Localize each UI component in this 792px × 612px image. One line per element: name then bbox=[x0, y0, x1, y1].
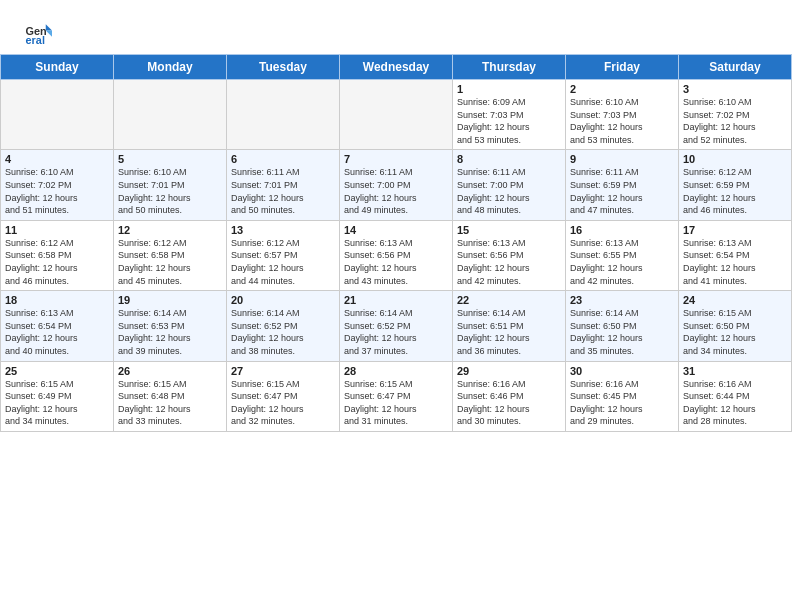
day-number: 6 bbox=[231, 153, 335, 165]
day-number: 10 bbox=[683, 153, 787, 165]
calendar-cell bbox=[114, 80, 227, 150]
day-info: Sunrise: 6:12 AM Sunset: 6:59 PM Dayligh… bbox=[683, 166, 787, 216]
day-info: Sunrise: 6:13 AM Sunset: 6:54 PM Dayligh… bbox=[5, 307, 109, 357]
day-number: 14 bbox=[344, 224, 448, 236]
day-info: Sunrise: 6:10 AM Sunset: 7:01 PM Dayligh… bbox=[118, 166, 222, 216]
calendar-cell: 5Sunrise: 6:10 AM Sunset: 7:01 PM Daylig… bbox=[114, 150, 227, 220]
calendar-cell: 3Sunrise: 6:10 AM Sunset: 7:02 PM Daylig… bbox=[679, 80, 792, 150]
day-info: Sunrise: 6:14 AM Sunset: 6:51 PM Dayligh… bbox=[457, 307, 561, 357]
day-number: 27 bbox=[231, 365, 335, 377]
calendar-cell: 24Sunrise: 6:15 AM Sunset: 6:50 PM Dayli… bbox=[679, 291, 792, 361]
day-info: Sunrise: 6:13 AM Sunset: 6:56 PM Dayligh… bbox=[457, 237, 561, 287]
day-number: 25 bbox=[5, 365, 109, 377]
day-number: 17 bbox=[683, 224, 787, 236]
weekday-header-tuesday: Tuesday bbox=[227, 55, 340, 80]
calendar-cell: 12Sunrise: 6:12 AM Sunset: 6:58 PM Dayli… bbox=[114, 220, 227, 290]
day-number: 29 bbox=[457, 365, 561, 377]
day-info: Sunrise: 6:09 AM Sunset: 7:03 PM Dayligh… bbox=[457, 96, 561, 146]
day-number: 9 bbox=[570, 153, 674, 165]
calendar-cell: 2Sunrise: 6:10 AM Sunset: 7:03 PM Daylig… bbox=[566, 80, 679, 150]
day-info: Sunrise: 6:11 AM Sunset: 6:59 PM Dayligh… bbox=[570, 166, 674, 216]
calendar-cell: 1Sunrise: 6:09 AM Sunset: 7:03 PM Daylig… bbox=[453, 80, 566, 150]
calendar-cell bbox=[227, 80, 340, 150]
day-number: 22 bbox=[457, 294, 561, 306]
calendar-cell: 20Sunrise: 6:14 AM Sunset: 6:52 PM Dayli… bbox=[227, 291, 340, 361]
calendar-week-row: 18Sunrise: 6:13 AM Sunset: 6:54 PM Dayli… bbox=[1, 291, 792, 361]
calendar-cell bbox=[340, 80, 453, 150]
day-number: 31 bbox=[683, 365, 787, 377]
calendar-cell: 21Sunrise: 6:14 AM Sunset: 6:52 PM Dayli… bbox=[340, 291, 453, 361]
day-number: 4 bbox=[5, 153, 109, 165]
calendar-cell: 10Sunrise: 6:12 AM Sunset: 6:59 PM Dayli… bbox=[679, 150, 792, 220]
calendar-week-row: 1Sunrise: 6:09 AM Sunset: 7:03 PM Daylig… bbox=[1, 80, 792, 150]
day-info: Sunrise: 6:11 AM Sunset: 7:00 PM Dayligh… bbox=[344, 166, 448, 216]
day-number: 15 bbox=[457, 224, 561, 236]
day-number: 11 bbox=[5, 224, 109, 236]
calendar-cell: 11Sunrise: 6:12 AM Sunset: 6:58 PM Dayli… bbox=[1, 220, 114, 290]
calendar-cell: 22Sunrise: 6:14 AM Sunset: 6:51 PM Dayli… bbox=[453, 291, 566, 361]
calendar-cell: 23Sunrise: 6:14 AM Sunset: 6:50 PM Dayli… bbox=[566, 291, 679, 361]
day-number: 5 bbox=[118, 153, 222, 165]
calendar-table: SundayMondayTuesdayWednesdayThursdayFrid… bbox=[0, 54, 792, 432]
day-info: Sunrise: 6:12 AM Sunset: 6:58 PM Dayligh… bbox=[5, 237, 109, 287]
day-info: Sunrise: 6:10 AM Sunset: 7:02 PM Dayligh… bbox=[5, 166, 109, 216]
day-number: 1 bbox=[457, 83, 561, 95]
calendar-cell: 16Sunrise: 6:13 AM Sunset: 6:55 PM Dayli… bbox=[566, 220, 679, 290]
day-info: Sunrise: 6:13 AM Sunset: 6:55 PM Dayligh… bbox=[570, 237, 674, 287]
day-number: 7 bbox=[344, 153, 448, 165]
calendar-week-row: 4Sunrise: 6:10 AM Sunset: 7:02 PM Daylig… bbox=[1, 150, 792, 220]
day-info: Sunrise: 6:15 AM Sunset: 6:47 PM Dayligh… bbox=[344, 378, 448, 428]
day-number: 26 bbox=[118, 365, 222, 377]
calendar-cell: 26Sunrise: 6:15 AM Sunset: 6:48 PM Dayli… bbox=[114, 361, 227, 431]
calendar-cell: 7Sunrise: 6:11 AM Sunset: 7:00 PM Daylig… bbox=[340, 150, 453, 220]
day-number: 2 bbox=[570, 83, 674, 95]
day-info: Sunrise: 6:11 AM Sunset: 7:00 PM Dayligh… bbox=[457, 166, 561, 216]
day-number: 24 bbox=[683, 294, 787, 306]
day-info: Sunrise: 6:10 AM Sunset: 7:02 PM Dayligh… bbox=[683, 96, 787, 146]
calendar-week-row: 25Sunrise: 6:15 AM Sunset: 6:49 PM Dayli… bbox=[1, 361, 792, 431]
day-info: Sunrise: 6:12 AM Sunset: 6:57 PM Dayligh… bbox=[231, 237, 335, 287]
header: Gen eral bbox=[0, 0, 792, 54]
weekday-header-thursday: Thursday bbox=[453, 55, 566, 80]
calendar-week-row: 11Sunrise: 6:12 AM Sunset: 6:58 PM Dayli… bbox=[1, 220, 792, 290]
calendar-cell: 9Sunrise: 6:11 AM Sunset: 6:59 PM Daylig… bbox=[566, 150, 679, 220]
day-number: 30 bbox=[570, 365, 674, 377]
calendar-cell: 29Sunrise: 6:16 AM Sunset: 6:46 PM Dayli… bbox=[453, 361, 566, 431]
day-number: 12 bbox=[118, 224, 222, 236]
calendar-cell: 13Sunrise: 6:12 AM Sunset: 6:57 PM Dayli… bbox=[227, 220, 340, 290]
weekday-header-wednesday: Wednesday bbox=[340, 55, 453, 80]
day-info: Sunrise: 6:13 AM Sunset: 6:54 PM Dayligh… bbox=[683, 237, 787, 287]
day-info: Sunrise: 6:14 AM Sunset: 6:52 PM Dayligh… bbox=[231, 307, 335, 357]
day-number: 23 bbox=[570, 294, 674, 306]
calendar-cell: 27Sunrise: 6:15 AM Sunset: 6:47 PM Dayli… bbox=[227, 361, 340, 431]
calendar-cell: 31Sunrise: 6:16 AM Sunset: 6:44 PM Dayli… bbox=[679, 361, 792, 431]
day-number: 28 bbox=[344, 365, 448, 377]
calendar-cell: 28Sunrise: 6:15 AM Sunset: 6:47 PM Dayli… bbox=[340, 361, 453, 431]
day-number: 18 bbox=[5, 294, 109, 306]
day-number: 20 bbox=[231, 294, 335, 306]
day-info: Sunrise: 6:14 AM Sunset: 6:52 PM Dayligh… bbox=[344, 307, 448, 357]
calendar-cell: 15Sunrise: 6:13 AM Sunset: 6:56 PM Dayli… bbox=[453, 220, 566, 290]
day-info: Sunrise: 6:15 AM Sunset: 6:48 PM Dayligh… bbox=[118, 378, 222, 428]
weekday-header-sunday: Sunday bbox=[1, 55, 114, 80]
calendar-cell: 4Sunrise: 6:10 AM Sunset: 7:02 PM Daylig… bbox=[1, 150, 114, 220]
day-info: Sunrise: 6:16 AM Sunset: 6:46 PM Dayligh… bbox=[457, 378, 561, 428]
day-info: Sunrise: 6:15 AM Sunset: 6:49 PM Dayligh… bbox=[5, 378, 109, 428]
day-info: Sunrise: 6:14 AM Sunset: 6:50 PM Dayligh… bbox=[570, 307, 674, 357]
day-info: Sunrise: 6:16 AM Sunset: 6:44 PM Dayligh… bbox=[683, 378, 787, 428]
calendar-cell bbox=[1, 80, 114, 150]
day-number: 19 bbox=[118, 294, 222, 306]
day-info: Sunrise: 6:10 AM Sunset: 7:03 PM Dayligh… bbox=[570, 96, 674, 146]
logo: Gen eral bbox=[24, 18, 56, 46]
day-info: Sunrise: 6:12 AM Sunset: 6:58 PM Dayligh… bbox=[118, 237, 222, 287]
day-info: Sunrise: 6:14 AM Sunset: 6:53 PM Dayligh… bbox=[118, 307, 222, 357]
weekday-header-monday: Monday bbox=[114, 55, 227, 80]
weekday-header-friday: Friday bbox=[566, 55, 679, 80]
day-info: Sunrise: 6:13 AM Sunset: 6:56 PM Dayligh… bbox=[344, 237, 448, 287]
calendar-cell: 25Sunrise: 6:15 AM Sunset: 6:49 PM Dayli… bbox=[1, 361, 114, 431]
day-info: Sunrise: 6:11 AM Sunset: 7:01 PM Dayligh… bbox=[231, 166, 335, 216]
weekday-header-saturday: Saturday bbox=[679, 55, 792, 80]
calendar-cell: 6Sunrise: 6:11 AM Sunset: 7:01 PM Daylig… bbox=[227, 150, 340, 220]
calendar-cell: 30Sunrise: 6:16 AM Sunset: 6:45 PM Dayli… bbox=[566, 361, 679, 431]
calendar-cell: 8Sunrise: 6:11 AM Sunset: 7:00 PM Daylig… bbox=[453, 150, 566, 220]
